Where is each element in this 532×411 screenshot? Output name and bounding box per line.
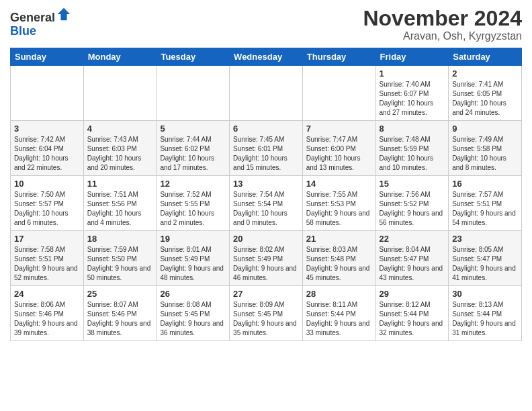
table-row: 5Sunrise: 7:44 AM Sunset: 6:02 PM Daylig… xyxy=(157,121,230,176)
day-info: Sunrise: 8:02 AM Sunset: 5:49 PM Dayligh… xyxy=(233,245,299,283)
table-row: 22Sunrise: 8:04 AM Sunset: 5:47 PM Dayli… xyxy=(375,231,449,286)
day-info: Sunrise: 8:08 AM Sunset: 5:45 PM Dayligh… xyxy=(160,300,226,338)
page-header: General Blue November 2024 Aravan, Osh, … xyxy=(10,7,522,42)
table-row: 3Sunrise: 7:42 AM Sunset: 6:04 PM Daylig… xyxy=(11,121,84,176)
day-info: Sunrise: 8:11 AM Sunset: 5:44 PM Dayligh… xyxy=(306,300,372,338)
table-row: 10Sunrise: 7:50 AM Sunset: 5:57 PM Dayli… xyxy=(11,176,84,231)
day-number: 1 xyxy=(380,68,445,79)
table-row: 17Sunrise: 7:58 AM Sunset: 5:51 PM Dayli… xyxy=(11,231,84,286)
table-row: 9Sunrise: 7:49 AM Sunset: 5:58 PM Daylig… xyxy=(449,121,522,176)
header-sunday: Sunday xyxy=(11,48,84,66)
day-info: Sunrise: 7:50 AM Sunset: 5:57 PM Dayligh… xyxy=(14,190,80,228)
page-container: General Blue November 2024 Aravan, Osh, … xyxy=(0,0,532,348)
day-info: Sunrise: 7:43 AM Sunset: 6:03 PM Dayligh… xyxy=(87,135,153,173)
table-row xyxy=(230,66,303,121)
calendar-header-row: Sunday Monday Tuesday Wednesday Thursday… xyxy=(11,48,522,66)
day-info: Sunrise: 7:55 AM Sunset: 5:53 PM Dayligh… xyxy=(306,190,372,228)
day-number: 12 xyxy=(160,179,226,189)
day-info: Sunrise: 7:45 AM Sunset: 6:01 PM Dayligh… xyxy=(233,135,299,173)
day-info: Sunrise: 8:04 AM Sunset: 5:47 PM Dayligh… xyxy=(380,245,445,283)
day-number: 15 xyxy=(380,179,445,189)
table-row: 20Sunrise: 8:02 AM Sunset: 5:49 PM Dayli… xyxy=(230,231,303,286)
day-info: Sunrise: 7:51 AM Sunset: 5:56 PM Dayligh… xyxy=(87,190,153,228)
month-title: November 2024 xyxy=(363,7,522,30)
table-row: 19Sunrise: 8:01 AM Sunset: 5:49 PM Dayli… xyxy=(157,231,230,286)
day-info: Sunrise: 8:13 AM Sunset: 5:44 PM Dayligh… xyxy=(452,300,518,338)
table-row: 8Sunrise: 7:48 AM Sunset: 5:59 PM Daylig… xyxy=(375,121,449,176)
table-row: 2Sunrise: 7:41 AM Sunset: 6:05 PM Daylig… xyxy=(449,66,522,121)
location: Aravan, Osh, Kyrgyzstan xyxy=(363,30,522,42)
calendar-week-row: 17Sunrise: 7:58 AM Sunset: 5:51 PM Dayli… xyxy=(11,231,522,286)
day-number: 24 xyxy=(14,289,80,299)
day-info: Sunrise: 7:54 AM Sunset: 5:54 PM Dayligh… xyxy=(233,190,299,228)
logo-general-text: General xyxy=(10,11,55,24)
logo-blue-text: Blue xyxy=(10,24,36,38)
table-row: 24Sunrise: 8:06 AM Sunset: 5:46 PM Dayli… xyxy=(11,286,84,341)
day-number: 9 xyxy=(452,124,518,134)
header-saturday: Saturday xyxy=(449,48,522,66)
header-friday: Friday xyxy=(375,48,449,66)
table-row: 27Sunrise: 8:09 AM Sunset: 5:45 PM Dayli… xyxy=(230,286,303,341)
table-row: 26Sunrise: 8:08 AM Sunset: 5:45 PM Dayli… xyxy=(157,286,230,341)
table-row: 15Sunrise: 7:56 AM Sunset: 5:52 PM Dayli… xyxy=(375,176,449,231)
day-info: Sunrise: 7:58 AM Sunset: 5:51 PM Dayligh… xyxy=(14,245,80,283)
day-number: 20 xyxy=(233,234,299,244)
table-row: 30Sunrise: 8:13 AM Sunset: 5:44 PM Dayli… xyxy=(449,286,522,341)
day-number: 8 xyxy=(380,124,445,134)
calendar-table: Sunday Monday Tuesday Wednesday Thursday… xyxy=(10,48,522,341)
table-row xyxy=(11,66,84,121)
table-row: 14Sunrise: 7:55 AM Sunset: 5:53 PM Dayli… xyxy=(302,176,375,231)
table-row xyxy=(157,66,230,121)
day-number: 28 xyxy=(306,289,372,299)
svg-marker-0 xyxy=(58,8,70,20)
table-row: 23Sunrise: 8:05 AM Sunset: 5:47 PM Dayli… xyxy=(449,231,522,286)
table-row: 1Sunrise: 7:40 AM Sunset: 6:07 PM Daylig… xyxy=(375,66,449,121)
day-number: 21 xyxy=(306,234,372,244)
table-row: 21Sunrise: 8:03 AM Sunset: 5:48 PM Dayli… xyxy=(302,231,375,286)
day-info: Sunrise: 7:52 AM Sunset: 5:55 PM Dayligh… xyxy=(160,190,226,228)
day-number: 2 xyxy=(452,68,518,79)
day-info: Sunrise: 7:44 AM Sunset: 6:02 PM Dayligh… xyxy=(160,135,226,173)
table-row: 29Sunrise: 8:12 AM Sunset: 5:44 PM Dayli… xyxy=(375,286,449,341)
day-info: Sunrise: 7:42 AM Sunset: 6:04 PM Dayligh… xyxy=(14,135,80,173)
day-number: 10 xyxy=(14,179,80,189)
calendar-week-row: 10Sunrise: 7:50 AM Sunset: 5:57 PM Dayli… xyxy=(11,176,522,231)
day-number: 23 xyxy=(452,234,518,244)
title-section: November 2024 Aravan, Osh, Kyrgyzstan xyxy=(363,7,522,42)
day-info: Sunrise: 7:59 AM Sunset: 5:50 PM Dayligh… xyxy=(87,245,153,283)
day-number: 22 xyxy=(380,234,445,244)
day-info: Sunrise: 8:07 AM Sunset: 5:46 PM Dayligh… xyxy=(87,300,153,338)
day-info: Sunrise: 7:49 AM Sunset: 5:58 PM Dayligh… xyxy=(452,135,518,173)
day-number: 19 xyxy=(160,234,226,244)
day-info: Sunrise: 7:41 AM Sunset: 6:05 PM Dayligh… xyxy=(452,80,518,118)
calendar-week-row: 1Sunrise: 7:40 AM Sunset: 6:07 PM Daylig… xyxy=(11,66,522,121)
day-info: Sunrise: 8:05 AM Sunset: 5:47 PM Dayligh… xyxy=(452,245,518,283)
day-number: 4 xyxy=(87,124,153,134)
header-tuesday: Tuesday xyxy=(157,48,230,66)
header-wednesday: Wednesday xyxy=(230,48,303,66)
table-row: 25Sunrise: 8:07 AM Sunset: 5:46 PM Dayli… xyxy=(83,286,157,341)
day-number: 13 xyxy=(233,179,299,189)
calendar-week-row: 3Sunrise: 7:42 AM Sunset: 6:04 PM Daylig… xyxy=(11,121,522,176)
day-number: 27 xyxy=(233,289,299,299)
day-number: 5 xyxy=(160,124,226,134)
day-number: 14 xyxy=(306,179,372,189)
table-row: 4Sunrise: 7:43 AM Sunset: 6:03 PM Daylig… xyxy=(83,121,157,176)
table-row: 11Sunrise: 7:51 AM Sunset: 5:56 PM Dayli… xyxy=(83,176,157,231)
table-row: 28Sunrise: 8:11 AM Sunset: 5:44 PM Dayli… xyxy=(302,286,375,341)
table-row: 18Sunrise: 7:59 AM Sunset: 5:50 PM Dayli… xyxy=(83,231,157,286)
day-info: Sunrise: 7:56 AM Sunset: 5:52 PM Dayligh… xyxy=(380,190,445,228)
day-info: Sunrise: 7:40 AM Sunset: 6:07 PM Dayligh… xyxy=(380,80,445,118)
day-number: 30 xyxy=(452,289,518,299)
logo: General Blue xyxy=(10,7,71,38)
header-thursday: Thursday xyxy=(302,48,375,66)
day-info: Sunrise: 7:57 AM Sunset: 5:51 PM Dayligh… xyxy=(452,190,518,228)
table-row: 13Sunrise: 7:54 AM Sunset: 5:54 PM Dayli… xyxy=(230,176,303,231)
day-info: Sunrise: 7:48 AM Sunset: 5:59 PM Dayligh… xyxy=(380,135,445,173)
table-row: 16Sunrise: 7:57 AM Sunset: 5:51 PM Dayli… xyxy=(449,176,522,231)
day-info: Sunrise: 8:03 AM Sunset: 5:48 PM Dayligh… xyxy=(306,245,372,283)
table-row: 12Sunrise: 7:52 AM Sunset: 5:55 PM Dayli… xyxy=(157,176,230,231)
logo-icon xyxy=(56,7,71,21)
day-number: 11 xyxy=(87,179,153,189)
table-row xyxy=(302,66,375,121)
